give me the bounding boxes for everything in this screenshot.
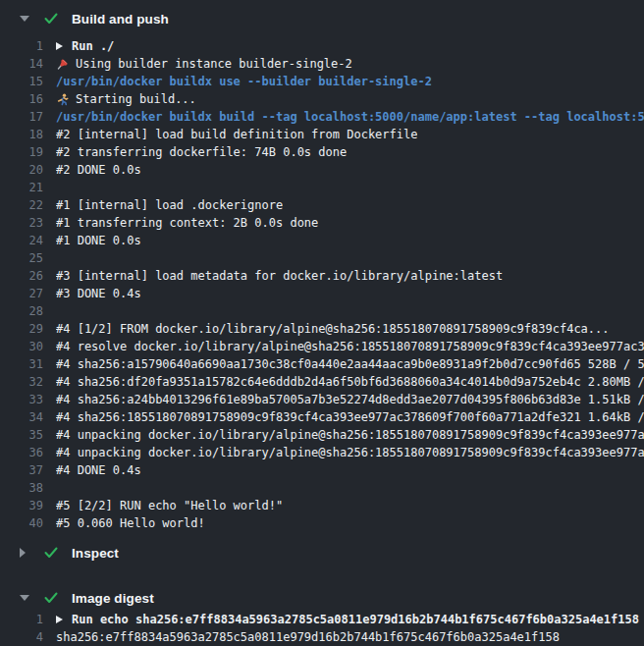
- line-text: #4 sha256:a15790640a6690aa1730c38cf0a440…: [56, 355, 644, 373]
- line-number[interactable]: 26: [0, 267, 43, 285]
- section-title: Inspect: [72, 546, 119, 561]
- line-text: /usr/bin/docker buildx build --tag local…: [56, 108, 644, 126]
- log-line: 16 Starting build...: [0, 90, 644, 108]
- line-text: #4 unpacking docker.io/library/alpine@sh…: [56, 426, 644, 444]
- line-number[interactable]: 4: [0, 628, 43, 646]
- line-text: #4 unpacking docker.io/library/alpine@sh…: [56, 444, 644, 461]
- log-line: 1 Run echo sha256:e7ff8834a5963a2785c5a0…: [0, 611, 644, 628]
- chevron-right-icon[interactable]: [20, 548, 26, 558]
- log-line: 19 #2 transferring dockerfile: 74B 0.0s …: [0, 143, 644, 161]
- line-text: #4 sha256:a24bb4013296f61e89ba57005a7b3e…: [56, 391, 644, 408]
- line-number[interactable]: 37: [0, 461, 43, 479]
- chevron-down-icon[interactable]: [20, 595, 29, 601]
- log-line: 15 /usr/bin/docker buildx use --builder …: [0, 73, 644, 90]
- log-line: 36 #4 unpacking docker.io/library/alpine…: [0, 444, 644, 461]
- line-number[interactable]: 40: [0, 514, 43, 532]
- line-number[interactable]: 23: [0, 214, 43, 232]
- line-text: #2 transferring dockerfile: 74B 0.0s don…: [56, 143, 347, 161]
- log-line: 17 /usr/bin/docker buildx build --tag lo…: [0, 108, 644, 126]
- line-text: #1 transferring context: 2B 0.0s done: [56, 214, 318, 232]
- line-number[interactable]: 36: [0, 444, 43, 461]
- line-number[interactable]: 32: [0, 373, 43, 391]
- log-line: 37 #4 DONE 0.4s: [0, 461, 644, 479]
- line-text: #1 [internal] load .dockerignore: [56, 196, 283, 214]
- runner-icon: [56, 93, 69, 106]
- log-line: 39 #5 [2/2] RUN echo "Hello world!": [0, 497, 644, 514]
- line-number[interactable]: 21: [0, 179, 43, 196]
- check-icon: [44, 592, 58, 604]
- line-number[interactable]: 31: [0, 355, 43, 373]
- check-icon: [44, 547, 58, 559]
- line-text: #4 sha256:185518070891758909c9f839cf4ca3…: [56, 408, 644, 426]
- section-build-and-push[interactable]: Build and push: [0, 10, 644, 27]
- line-number[interactable]: 28: [0, 302, 43, 320]
- line-text: Run echo sha256:e7ff8834a5963a2785c5a081…: [56, 611, 639, 628]
- line-number[interactable]: 35: [0, 426, 43, 444]
- actions-log-viewer: Build and push 1 Run ./ 14 Using builder…: [0, 0, 644, 646]
- line-number[interactable]: 39: [0, 497, 43, 514]
- line-text: /usr/bin/docker buildx use --builder bui…: [56, 73, 432, 90]
- line-number[interactable]: 33: [0, 391, 43, 408]
- section-title: Build and push: [72, 12, 169, 27]
- section-title: Image digest: [72, 591, 154, 606]
- log-line: 25: [0, 249, 644, 267]
- line-number[interactable]: 25: [0, 249, 43, 267]
- line-text: #4 resolve docker.io/library/alpine@sha2…: [56, 338, 644, 355]
- line-text: #3 DONE 0.4s: [56, 285, 141, 302]
- log-line: 35 #4 unpacking docker.io/library/alpine…: [0, 426, 644, 444]
- log-line: 31 #4 sha256:a15790640a6690aa1730c38cf0a…: [0, 355, 644, 373]
- section-inspect[interactable]: Inspect: [0, 544, 644, 562]
- line-text: #5 0.060 Hello world!: [56, 514, 205, 532]
- line-number[interactable]: 18: [0, 126, 43, 143]
- line-text: #5 [2/2] RUN echo "Hello world!": [56, 497, 283, 514]
- log-line: 26 #3 [internal] load metadata for docke…: [0, 267, 644, 285]
- log-line: 33 #4 sha256:a24bb4013296f61e89ba57005a7…: [0, 391, 644, 408]
- line-number[interactable]: 19: [0, 143, 43, 161]
- log-lines-build-and-push: 1 Run ./ 14 Using builder instance build…: [0, 37, 644, 532]
- log-line: 4 sha256:e7ff8834a5963a2785c5a0811e979d1…: [0, 628, 644, 646]
- line-number[interactable]: 29: [0, 320, 43, 338]
- line-text: Starting build...: [56, 90, 196, 108]
- line-number[interactable]: 27: [0, 285, 43, 302]
- line-number[interactable]: 1: [0, 37, 43, 55]
- log-line: 14 Using builder instance builder-single…: [0, 55, 644, 73]
- line-number[interactable]: 14: [0, 55, 43, 73]
- log-line: 28: [0, 302, 644, 320]
- log-line: 34 #4 sha256:185518070891758909c9f839cf4…: [0, 408, 644, 426]
- line-text: #4 DONE 0.4s: [56, 461, 141, 479]
- line-text: Run ./: [56, 37, 114, 55]
- line-number[interactable]: 24: [0, 232, 43, 249]
- log-line: 23 #1 transferring context: 2B 0.0s done: [0, 214, 644, 232]
- log-line: 22 #1 [internal] load .dockerignore: [0, 196, 644, 214]
- section-image-digest[interactable]: Image digest: [0, 589, 644, 607]
- line-number[interactable]: 34: [0, 408, 43, 426]
- log-line: 32 #4 sha256:df20fa9351a15782c64e6dddb2d…: [0, 373, 644, 391]
- line-number[interactable]: 20: [0, 161, 43, 179]
- line-text: #3 [internal] load metadata for docker.i…: [56, 267, 503, 285]
- line-number[interactable]: 1: [0, 611, 43, 628]
- log-line: 1 Run ./: [0, 37, 644, 55]
- log-line: 20 #2 DONE 0.0s: [0, 161, 644, 179]
- log-line: 30 #4 resolve docker.io/library/alpine@s…: [0, 338, 644, 355]
- line-number[interactable]: 38: [0, 479, 43, 497]
- log-lines-image-digest: 1 Run echo sha256:e7ff8834a5963a2785c5a0…: [0, 611, 644, 646]
- line-number[interactable]: 30: [0, 338, 43, 355]
- line-text: #4 sha256:df20fa9351a15782c64e6dddb2d4a6…: [56, 373, 644, 391]
- log-line: 21: [0, 179, 644, 196]
- run-expand-arrow-icon[interactable]: [56, 616, 63, 623]
- chevron-down-icon[interactable]: [20, 16, 29, 22]
- line-text: sha256:e7ff8834a5963a2785c5a0811e979d16b…: [56, 628, 560, 646]
- log-line: 18 #2 [internal] load build definition f…: [0, 126, 644, 143]
- log-line: 27 #3 DONE 0.4s: [0, 285, 644, 302]
- line-text: #2 [internal] load build definition from…: [56, 126, 417, 143]
- line-number[interactable]: 15: [0, 73, 43, 90]
- line-text: #1 DONE 0.0s: [56, 232, 141, 249]
- run-expand-arrow-icon[interactable]: [56, 42, 63, 50]
- log-line: 29 #4 [1/2] FROM docker.io/library/alpin…: [0, 320, 644, 338]
- check-icon: [44, 13, 58, 25]
- line-number[interactable]: 22: [0, 196, 43, 214]
- line-number[interactable]: 17: [0, 108, 43, 126]
- line-number[interactable]: 16: [0, 90, 43, 108]
- log-line: 24 #1 DONE 0.0s: [0, 232, 644, 249]
- line-text: #4 [1/2] FROM docker.io/library/alpine@s…: [56, 320, 610, 338]
